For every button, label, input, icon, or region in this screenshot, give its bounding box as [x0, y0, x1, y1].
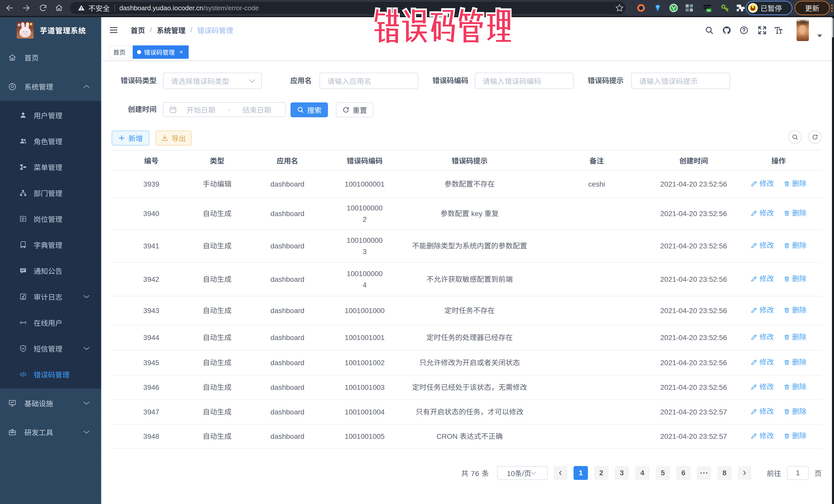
chrome-menu-icon[interactable]	[831, 4, 833, 12]
sidebar-subitem-7[interactable]: 审计日志	[0, 284, 101, 309]
page-ellipsis[interactable]	[697, 466, 711, 480]
hamburger-icon[interactable]	[109, 25, 118, 35]
filter-date-range[interactable]: 开始日期 - 结束日期	[163, 102, 286, 117]
sidebar-subitem-1[interactable]: 角色管理	[0, 128, 101, 154]
url-host[interactable]: dashboard.yudao.iocoder.cn	[119, 4, 203, 12]
delete-link[interactable]: 删除	[784, 240, 807, 251]
delete-link[interactable]: 删除	[784, 406, 807, 417]
ext-list-on-icon[interactable]: on	[703, 3, 712, 13]
url-path[interactable]: /system/error-code	[203, 4, 259, 12]
sidebar-item-bottom-0[interactable]: 基础设施	[0, 389, 101, 418]
delete-link[interactable]: 删除	[784, 207, 807, 219]
reset-button[interactable]: 重置	[336, 103, 373, 117]
chrome-update-button[interactable]: 更新	[794, 1, 830, 15]
delete-link[interactable]: 删除	[784, 430, 807, 442]
filter-msg-input[interactable]: 请输入错误码提示	[631, 73, 730, 89]
page-button-8[interactable]: 8	[717, 466, 731, 480]
sidebar-item-bottom-1[interactable]: 研发工具	[0, 418, 101, 446]
cell-code: 1001000001	[332, 171, 398, 198]
scrollbar-track[interactable]	[832, 17, 834, 504]
caret-down-icon[interactable]	[817, 34, 822, 38]
breadcrumb-home[interactable]: 首页	[131, 25, 145, 35]
page-button-6[interactable]: 6	[676, 466, 690, 480]
edit-link[interactable]: 修改	[751, 207, 774, 219]
tag-close-icon[interactable]: ×	[178, 48, 184, 56]
breadcrumb-system[interactable]: 系统管理	[157, 25, 185, 35]
filter-code-input[interactable]: 请输入错误码编码	[475, 73, 573, 89]
sidebar-item-system[interactable]: 系统管理	[0, 72, 101, 101]
filter-type-select[interactable]: 请选择错误码类型	[163, 73, 262, 89]
delete-link[interactable]: 删除	[784, 178, 807, 190]
tag-error-code[interactable]: 错误码管理×	[133, 45, 189, 59]
ext-green-circle-icon[interactable]	[669, 3, 678, 13]
date-start[interactable]: 开始日期	[177, 105, 225, 115]
refresh-table-button[interactable]	[808, 130, 822, 144]
delete-link[interactable]: 删除	[784, 273, 807, 285]
page-button-1[interactable]: 1	[573, 466, 588, 480]
sidebar-subitem-8[interactable]: 在线用户	[0, 309, 101, 335]
delete-link[interactable]: 删除	[784, 305, 807, 316]
bookmark-star-icon[interactable]	[615, 3, 624, 13]
add-button[interactable]: 新增	[112, 131, 149, 146]
font-size-icon[interactable]	[774, 26, 783, 35]
ext-orange-icon[interactable]	[636, 3, 646, 13]
cell-time: 2021-04-20 23:52:56	[652, 171, 736, 198]
page-button-5[interactable]: 5	[656, 466, 670, 480]
sidebar-subitem-0[interactable]: 用户管理	[0, 102, 101, 128]
edit-link[interactable]: 修改	[751, 381, 774, 393]
cell-id: 3947	[112, 399, 191, 424]
avatar[interactable]	[796, 19, 809, 41]
delete-link[interactable]: 删除	[784, 332, 807, 343]
sidebar-subitem-10[interactable]: 错误码管理	[0, 361, 101, 387]
search-icon[interactable]	[705, 26, 714, 35]
ext-squares-icon[interactable]	[685, 3, 694, 13]
page-button-4[interactable]: 4	[635, 466, 650, 480]
edit-link[interactable]: 修改	[751, 240, 774, 251]
sidebar-subitem-6[interactable]: 通知公告	[0, 258, 101, 284]
ext-puzzle-icon[interactable]	[736, 3, 745, 13]
sidebar-subitem-9[interactable]: 短信管理	[0, 335, 101, 361]
delete-link[interactable]: 删除	[784, 381, 807, 393]
edit-link[interactable]: 修改	[751, 332, 774, 343]
fullscreen-icon[interactable]	[758, 26, 767, 35]
search-button[interactable]: 搜索	[290, 103, 328, 117]
github-icon[interactable]	[722, 26, 731, 35]
ext-gem-icon[interactable]	[653, 3, 662, 13]
page-button-2[interactable]: 2	[594, 466, 609, 480]
scrollbar-thumb[interactable]	[832, 18, 833, 38]
edit-link[interactable]: 修改	[751, 406, 774, 417]
edit-link[interactable]: 修改	[751, 357, 774, 368]
prev-page-button[interactable]	[554, 466, 567, 480]
security-label[interactable]: 不安全	[88, 3, 110, 13]
sidebar-subitem-3[interactable]: 部门管理	[0, 180, 101, 206]
filter-app-input[interactable]: 请输入应用名	[320, 73, 418, 89]
page-size-select[interactable]: 10条/页	[497, 466, 548, 480]
page-button-3[interactable]: 3	[615, 466, 629, 480]
browser-reload-icon[interactable]	[39, 4, 47, 12]
delete-link[interactable]: 删除	[784, 357, 807, 368]
edit-link[interactable]: 修改	[751, 273, 774, 285]
edit-link[interactable]: 修改	[751, 178, 774, 190]
goto-input[interactable]: 1	[787, 466, 809, 480]
cell-id: 3948	[112, 424, 191, 448]
show-search-button[interactable]	[788, 130, 802, 144]
edit-link[interactable]: 修改	[751, 305, 774, 316]
date-end[interactable]: 结束日期	[233, 105, 281, 115]
next-page-button[interactable]	[738, 466, 751, 480]
tag-home[interactable]: 首页	[109, 45, 130, 59]
browser-home-icon[interactable]	[54, 4, 63, 12]
sidebar-subitem-2[interactable]: 菜单管理	[0, 154, 101, 180]
edit-link[interactable]: 修改	[751, 430, 774, 442]
sidebar-item-home[interactable]: 首页	[0, 43, 101, 72]
sidebar-subitem-5[interactable]: 字典管理	[0, 232, 101, 258]
browser-forward-icon[interactable]	[22, 4, 30, 12]
address-bar[interactable]: 不安全 dashboard.yudao.iocoder.cn /system/e…	[70, 2, 626, 14]
export-button[interactable]: 导出	[155, 131, 192, 146]
main-area: 首页/ 系统管理/ 错误码管理 首页 错误码管理× 错误码类型 请选择错误码类型…	[101, 17, 832, 504]
sidebar-subitem-4[interactable]: 岗位管理	[0, 206, 101, 232]
sidebar-logo[interactable]: 芋道管理系统	[0, 17, 101, 43]
help-icon[interactable]	[739, 26, 749, 35]
extension-paused-button[interactable]: 已暂停	[746, 1, 792, 15]
ext-key-icon[interactable]	[720, 3, 729, 13]
browser-back-icon[interactable]	[5, 4, 14, 12]
